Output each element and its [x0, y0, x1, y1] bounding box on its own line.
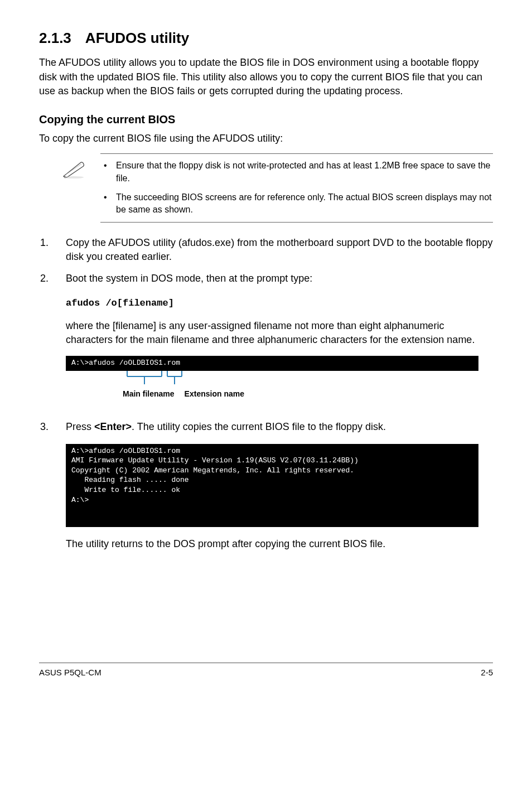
footer-left: ASUS P5QL-CM [39, 666, 101, 678]
note-item: Ensure that the floppy disk is not write… [100, 160, 493, 185]
terminal-output: A:\>afudos /oOLDBIOS1.rom AMI Firmware U… [66, 444, 478, 527]
main-filename-label: Main filename [123, 389, 175, 400]
command-description: where the [filename] is any user-assigne… [39, 319, 493, 347]
command-text: afudos /o[filename] [66, 298, 174, 308]
enter-key: <Enter> [94, 421, 132, 432]
page-footer: ASUS P5QL-CM 2-5 [39, 663, 493, 678]
step-item: Press <Enter>. The utility copies the cu… [39, 420, 493, 434]
step-item: Boot the system in DOS mode, then at the… [39, 272, 493, 286]
steps-list: Copy the AFUDOS utility (afudos.exe) fro… [39, 236, 493, 286]
terminal-line: A:\>afudos /oOLDBIOS1.rom [66, 356, 478, 370]
after-terminal-text: The utility returns to the DOS prompt af… [39, 537, 493, 551]
note-list: Ensure that the floppy disk is not write… [100, 160, 493, 216]
note-block: Ensure that the floppy disk is not write… [39, 153, 493, 223]
step3-prefix: Press [66, 421, 94, 432]
extension-name-label: Extension name [185, 389, 244, 400]
pencil-icon [61, 160, 100, 182]
filename-diagram: A:\>afudos /oOLDBIOS1.rom Main filename … [66, 356, 478, 399]
note-item: The succeeding BIOS screens are for refe… [100, 191, 493, 216]
step3-suffix: . The utility copies the current BIOS fi… [132, 421, 386, 432]
note-hr-bottom [100, 222, 493, 223]
intro-text: The AFUDOS utility allows you to update … [39, 56, 493, 98]
footer-right: 2-5 [481, 666, 493, 678]
step-item: Copy the AFUDOS utility (afudos.exe) fro… [39, 236, 493, 264]
svg-point-1 [64, 176, 84, 178]
subheading: Copying the current BIOS [39, 112, 493, 127]
section-heading: 2.1.3 AFUDOS utility [39, 28, 493, 48]
steps-list-3: Press <Enter>. The utility copies the cu… [39, 420, 493, 434]
subintro-text: To copy the current BIOS file using the … [39, 132, 493, 146]
